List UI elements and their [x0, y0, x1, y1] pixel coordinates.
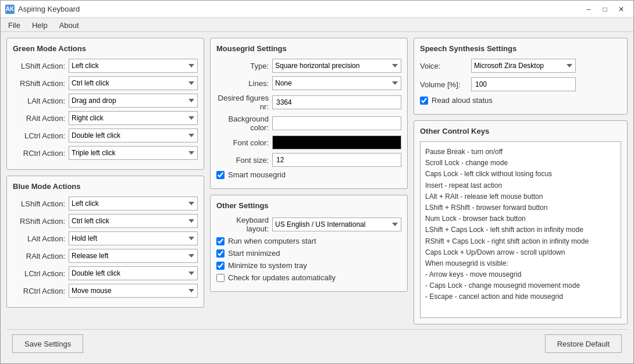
menu-help[interactable]: Help — [27, 19, 53, 30]
blue-rshift-row: RShift Action: Ctrl left clickLeft click — [13, 214, 198, 228]
green-ralt-select[interactable]: Right clickLeft clickDouble left click — [69, 111, 198, 125]
blue-mode-title: Blue Mode Actions — [13, 182, 198, 191]
green-lshift-row: LShift Action: Left clickRight clickDoub… — [13, 59, 198, 73]
control-key-line: Num Lock - browser back button — [425, 213, 616, 224]
mousegrid-fontcolor-row: Font color: — [216, 135, 401, 149]
voice-select[interactable]: Microsoft Zira DesktopMicrosoft David De… — [471, 59, 576, 73]
green-lctrl-row: LCtrl Action: Double left clickLeft clic… — [13, 129, 198, 142]
blue-rshift-label: RShift Action: — [13, 217, 65, 226]
check-updates-label[interactable]: Check for updates automatically — [228, 273, 336, 282]
blue-lalt-row: LAlt Action: Hold leftLeft click — [13, 231, 198, 245]
blue-lctrl-label: LCtrl Action: — [13, 269, 65, 278]
minimize-button[interactable]: – — [581, 3, 596, 15]
control-key-line: Insert - repeat last action — [425, 180, 616, 191]
read-aloud-row: Read aloud status — [420, 96, 621, 105]
bottom-bar: Save Settings Restore Default — [6, 329, 628, 358]
menu-file[interactable]: File — [3, 19, 26, 30]
blue-lshift-row: LShift Action: Left clickRight click — [13, 197, 198, 210]
middle-column: Mousegrid Settings Type: Square horizont… — [210, 38, 408, 324]
blue-lctrl-select[interactable]: Double left clickLeft click — [69, 266, 198, 280]
blue-rctrl-row: RCtrl Action: Move mouseLeft click — [13, 284, 198, 298]
mousegrid-type-label: Type: — [216, 62, 269, 70]
right-column: Speech Synthesis Settings Voice: Microso… — [414, 38, 628, 324]
control-key-line: - Escape - cancel action and hide mouseg… — [425, 291, 616, 302]
control-keys-text: Pause Break - turn on/offScroll Lock - c… — [420, 141, 621, 318]
mousegrid-figures-input[interactable] — [272, 95, 401, 109]
control-keys-title: Other Control Keys — [420, 127, 621, 135]
green-rctrl-label: RCtrl Action: — [13, 149, 65, 158]
keyboard-layout-label: Keyboard layout: — [216, 216, 269, 233]
blue-lalt-select[interactable]: Hold leftLeft click — [69, 231, 198, 245]
green-rshift-label: RShift Action: — [13, 79, 65, 88]
keyboard-layout-row: Keyboard layout: US English / US Interna… — [216, 216, 401, 233]
mousegrid-fontcolor-swatch[interactable] — [272, 135, 401, 149]
blue-ralt-label: RAlt Action: — [13, 252, 65, 260]
mousegrid-type-row: Type: Square horizontal precisionSquareC… — [216, 59, 401, 73]
mousegrid-fontsize-input[interactable] — [272, 153, 401, 167]
keyboard-layout-select[interactable]: US English / US InternationalUS EnglishO… — [272, 217, 401, 231]
volume-input[interactable] — [471, 77, 576, 91]
blue-lshift-select[interactable]: Left clickRight click — [69, 197, 198, 210]
start-minimized-row: Start minimized — [216, 249, 401, 258]
smart-mousegrid-checkbox[interactable] — [216, 171, 225, 179]
check-updates-checkbox[interactable] — [216, 274, 225, 282]
minimize-tray-label[interactable]: Minimize to system tray — [228, 261, 307, 270]
mousegrid-panel: Mousegrid Settings Type: Square horizont… — [210, 38, 408, 189]
blue-mode-panel: Blue Mode Actions LShift Action: Left cl… — [6, 176, 204, 308]
mousegrid-type-select[interactable]: Square horizontal precisionSquareCircle — [272, 59, 401, 73]
maximize-button[interactable]: □ — [597, 3, 612, 15]
mousegrid-bgcolor-row: Background color: — [216, 115, 401, 132]
run-on-start-row: Run when computers start — [216, 237, 401, 245]
mousegrid-figures-row: Desired figures nr: — [216, 94, 401, 111]
left-column: Green Mode Actions LShift Action: Left c… — [6, 38, 204, 324]
mousegrid-lines-select[interactable]: NoneHorizontalVerticalBoth — [272, 76, 401, 90]
run-on-start-label[interactable]: Run when computers start — [228, 237, 316, 245]
minimize-tray-row: Minimize to system tray — [216, 261, 401, 270]
control-keys-panel: Other Control Keys Pause Break - turn on… — [414, 120, 628, 324]
read-aloud-checkbox[interactable] — [420, 97, 428, 105]
mousegrid-title: Mousegrid Settings — [216, 44, 401, 53]
main-area: Green Mode Actions LShift Action: Left c… — [6, 38, 628, 324]
control-key-line: LShift + Caps Lock - left shift action i… — [425, 224, 616, 235]
voice-label: Voice: — [420, 62, 466, 70]
title-text: Aspiring Keyboard — [18, 5, 80, 13]
speech-title: Speech Synthesis Settings — [420, 44, 621, 53]
mousegrid-bgcolor-swatch[interactable] — [272, 116, 401, 130]
menu-about[interactable]: About — [54, 19, 84, 30]
start-minimized-checkbox[interactable] — [216, 249, 225, 258]
control-key-line: Pause Break - turn on/off — [425, 147, 616, 158]
blue-ralt-select[interactable]: Release leftLeft click — [69, 249, 198, 263]
smart-mousegrid-label[interactable]: Smart mousegrid — [228, 170, 286, 179]
other-settings-panel: Other Settings Keyboard layout: US Engli… — [210, 195, 408, 292]
close-button[interactable]: ✕ — [614, 3, 629, 15]
volume-label: Volume [%]: — [420, 80, 466, 89]
app-icon: AK — [5, 5, 15, 14]
control-key-line: Caps Lock + Up/Down arrow - scroll up/do… — [425, 247, 616, 258]
control-key-line: Scroll Lock - change mode — [425, 158, 616, 169]
blue-rshift-select[interactable]: Ctrl left clickLeft click — [69, 214, 198, 228]
green-lalt-label: LAlt Action: — [13, 97, 65, 105]
start-minimized-label[interactable]: Start minimized — [228, 249, 280, 258]
speech-panel: Speech Synthesis Settings Voice: Microso… — [414, 38, 628, 115]
green-ralt-row: RAlt Action: Right clickLeft clickDouble… — [13, 111, 198, 125]
green-lctrl-select[interactable]: Double left clickLeft clickRight click — [69, 129, 198, 142]
volume-row: Volume [%]: — [420, 77, 621, 91]
green-rshift-row: RShift Action: Ctrl left clickLeft click… — [13, 76, 198, 90]
green-lshift-select[interactable]: Left clickRight clickDouble left click T… — [69, 59, 198, 73]
green-rctrl-select[interactable]: Triple left clickLeft clickRight click — [69, 146, 198, 160]
restore-button[interactable]: Restore Default — [545, 334, 622, 353]
run-on-start-checkbox[interactable] — [216, 237, 225, 245]
minimize-tray-checkbox[interactable] — [216, 262, 225, 270]
blue-rctrl-select[interactable]: Move mouseLeft click — [69, 284, 198, 298]
control-key-line: When mousegrid is visible: — [425, 258, 616, 269]
voice-row: Voice: Microsoft Zira DesktopMicrosoft D… — [420, 59, 621, 73]
green-lshift-label: LShift Action: — [13, 62, 65, 70]
save-button[interactable]: Save Settings — [12, 334, 83, 353]
green-rshift-select[interactable]: Ctrl left clickLeft clickRight click — [69, 76, 198, 90]
read-aloud-label[interactable]: Read aloud status — [432, 96, 493, 105]
control-key-line: RShift + Caps Lock - right shift action … — [425, 236, 616, 247]
title-bar: AK Aspiring Keyboard – □ ✕ — [1, 1, 633, 18]
green-lalt-select[interactable]: Drag and dropLeft clickRight click — [69, 94, 198, 108]
blue-lshift-label: LShift Action: — [13, 199, 65, 208]
blue-ralt-row: RAlt Action: Release leftLeft click — [13, 249, 198, 263]
